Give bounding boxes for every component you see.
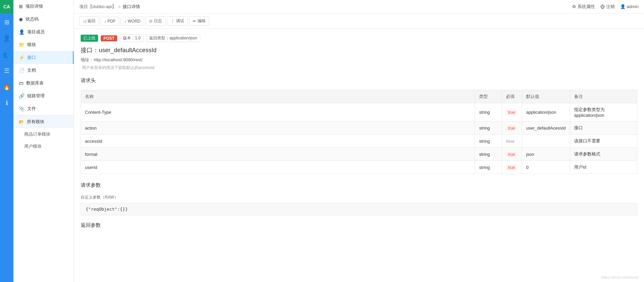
back-icon: ◁ xyxy=(83,19,86,24)
request-headers-table: 名称 类型 必填 默认值 备注 Content-Typestringtrueap… xyxy=(81,90,637,174)
status-badge: 已上线 xyxy=(81,35,98,42)
cell-default xyxy=(522,135,570,148)
log-icon: ⊙ xyxy=(149,19,153,24)
col-type: 类型 xyxy=(475,90,502,103)
cell-required: true xyxy=(502,103,522,121)
user-icon: 👤 xyxy=(620,4,626,9)
settings-icon: ⚙ xyxy=(572,4,576,9)
code-block: {"reqObject":{}} xyxy=(81,203,637,215)
breadcrumb: 项目【dubbo-api】 > 接口详情 xyxy=(79,4,140,10)
log-button[interactable]: ⊙ 日志 xyxy=(145,16,166,26)
sidebar-item-db[interactable]: 🗃 数据库表 xyxy=(13,77,74,90)
raw-label: 自定义参数（RAW） xyxy=(81,195,637,200)
cell-default: user_defaultAcessId xyxy=(522,121,570,135)
sidebar-item-members[interactable]: 👤 项目成员 xyxy=(13,26,74,38)
cell-required: true xyxy=(502,121,522,135)
icon-bar-menu[interactable]: ☰ xyxy=(0,63,13,78)
logo[interactable]: CA xyxy=(0,0,13,13)
version-badge: 版本：1.0 xyxy=(120,34,144,42)
icon-bar-user[interactable]: 👤 xyxy=(0,31,13,46)
table-row: Content-Typestringtrueapplication/json指定… xyxy=(81,103,637,121)
sidebar-item-status[interactable]: ◉ 状态码 xyxy=(13,13,74,26)
cell-name: action xyxy=(81,121,475,135)
cell-remark: 该接口不需要 xyxy=(570,135,637,148)
cell-type: string xyxy=(475,103,502,121)
project-icon: ⊞ xyxy=(19,4,23,9)
pdf-icon: ↓ xyxy=(104,19,106,24)
test-icon: ⋮ xyxy=(171,19,175,24)
cell-default: json xyxy=(522,148,570,161)
return-type-badge: 返回类型：application/json xyxy=(146,34,200,42)
sidebar-sub-users[interactable]: 用户模块 xyxy=(13,140,74,152)
top-header: 项目【dubbo-api】 > 接口详情 ⚙ 系统属性 ⏻ 注销 👤 admin xyxy=(74,0,644,13)
logout-link[interactable]: ⏻ 注销 xyxy=(600,4,615,10)
status-icon: ◉ xyxy=(19,16,23,22)
db-icon: 🗃 xyxy=(19,80,24,86)
sidebar-all-modules[interactable]: 📂 所有模块 xyxy=(13,115,74,128)
cell-required: false xyxy=(502,135,522,148)
api-url: 地址：http://localhost:9090/rest/ xyxy=(81,57,637,63)
badge-row: 已上线 POST 版本：1.0 返回类型：application/json xyxy=(81,34,637,42)
power-icon: ⏻ xyxy=(600,4,605,9)
col-remark: 备注 xyxy=(570,90,637,103)
folder-icon: 📂 xyxy=(19,119,24,125)
cell-default: application/json xyxy=(522,103,570,121)
sidebar-item-docs[interactable]: 📄 文档 xyxy=(13,64,74,77)
edit-icon: ✏ xyxy=(193,19,196,24)
request-headers-title: 请求头 xyxy=(81,77,637,86)
sidebar-item-files[interactable]: 📎 文件 xyxy=(13,102,74,115)
cell-required: true xyxy=(502,161,522,174)
edit-button[interactable]: ✏ 编辑 xyxy=(189,16,209,26)
api-title: 接口：user_defaultAccessId xyxy=(81,46,637,54)
col-default: 默认值 xyxy=(522,90,570,103)
request-params-title: 请求参数 xyxy=(81,182,637,190)
cell-name: accessId xyxy=(81,135,475,148)
cell-type: string xyxy=(475,148,502,161)
cell-remark: 请求参数格式 xyxy=(570,148,637,161)
cell-name: userId xyxy=(81,161,475,174)
icon-bar-fire[interactable]: 🔥 xyxy=(0,79,13,94)
table-row: formatstringtruejson请求参数格式 xyxy=(81,148,637,161)
cell-type: string xyxy=(475,161,502,174)
cell-required: true xyxy=(502,148,522,161)
cell-remark: 指定参数类型为application/json xyxy=(570,103,637,121)
cell-type: string xyxy=(475,135,502,148)
cell-name: format xyxy=(81,148,475,161)
cell-type: string xyxy=(475,121,502,135)
cell-name: Content-Type xyxy=(81,103,475,121)
breadcrumb-project[interactable]: 项目【dubbo-api】 xyxy=(79,4,116,10)
cell-default: 0 xyxy=(522,161,570,174)
table-row: userIdstringtrue0用户id xyxy=(81,161,637,174)
word-button[interactable]: ↓ WORD xyxy=(121,17,144,26)
breadcrumb-sep: > xyxy=(118,4,121,9)
return-params-title: 返回参数 xyxy=(81,222,637,231)
cell-remark: 用户id xyxy=(570,161,637,174)
sidebar-item-project[interactable]: ⊞ 项目详情 xyxy=(13,0,74,13)
pdf-button[interactable]: ↓ PDF xyxy=(100,17,119,26)
word-icon: ↓ xyxy=(124,19,126,24)
footer-note: https://drum.com/yomi/ xyxy=(601,275,639,279)
docs-icon: 📄 xyxy=(19,68,25,73)
icon-bar-grid[interactable]: ⊞ xyxy=(0,15,13,30)
method-badge: POST xyxy=(101,35,117,41)
back-button[interactable]: ◁ 返回 xyxy=(79,16,99,26)
user-info: 👤 admin xyxy=(620,4,639,9)
settings-link[interactable]: ⚙ 系统属性 xyxy=(572,4,595,10)
icon-bar: CA ⊞ 👤 👥 ☰ 🔥 ℹ xyxy=(0,0,13,282)
table-row: accessIdstringfalse该接口不需要 xyxy=(81,135,637,148)
modules-icon: 📁 xyxy=(19,42,25,47)
icon-bar-team[interactable]: 👥 xyxy=(0,47,13,62)
sidebar: ⊞ 项目详情 ◉ 状态码 👤 项目成员 📁 模块 ⚡ 接口 📄 文档 🗃 数据库… xyxy=(13,0,74,282)
page-body: 已上线 POST 版本：1.0 返回类型：application/json 接口… xyxy=(74,29,644,282)
sidebar-item-modules[interactable]: 📁 模块 xyxy=(13,38,74,51)
icon-bar-info[interactable]: ℹ xyxy=(0,96,13,110)
sidebar-sub-orders[interactable]: 商品订单模块 xyxy=(13,128,74,140)
sidebar-item-api[interactable]: ⚡ 接口 xyxy=(13,51,74,64)
col-name: 名称 xyxy=(81,90,475,103)
files-icon: 📎 xyxy=(19,106,25,111)
col-required: 必填 xyxy=(502,90,522,103)
api-description: 用户未登录的情况下获取默认的accessId xyxy=(81,65,637,71)
test-button[interactable]: ⋮ 调试 xyxy=(167,16,188,26)
sidebar-item-links[interactable]: 🔗 链路管理 xyxy=(13,90,74,102)
cell-remark: 接口 xyxy=(570,121,637,135)
